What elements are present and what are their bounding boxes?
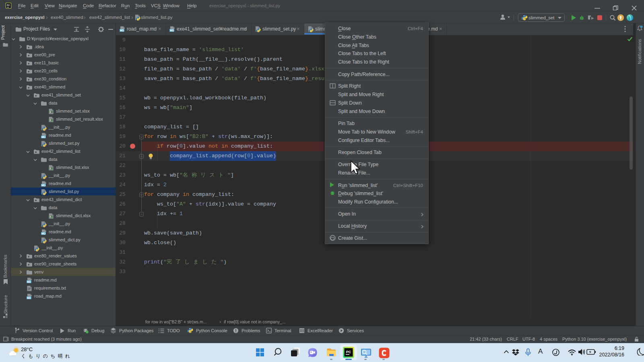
svg-text:PC: PC: [7, 4, 10, 6]
svg-text:PC: PC: [346, 350, 351, 354]
